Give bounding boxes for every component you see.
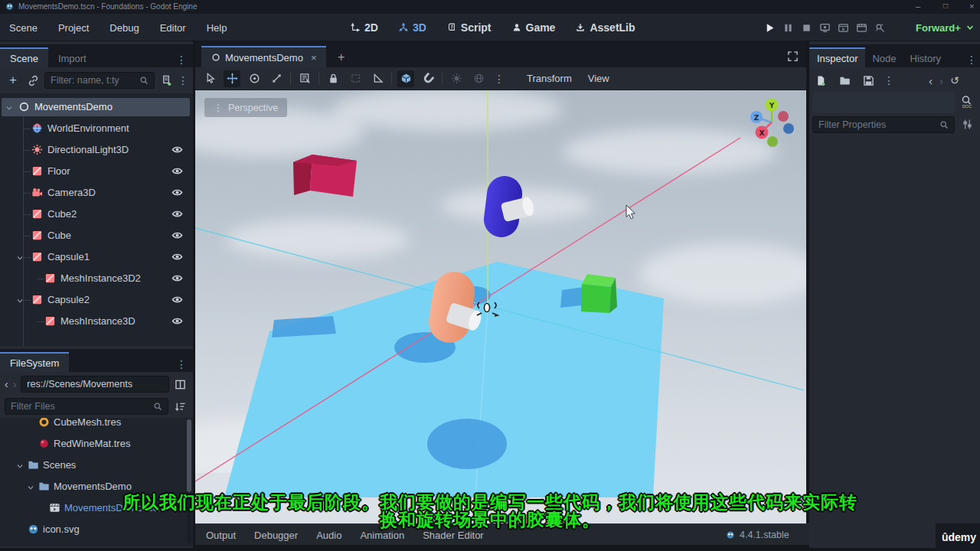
ruler-tool[interactable] — [369, 70, 386, 87]
bottom-tab-debugger[interactable]: Debugger — [254, 530, 298, 541]
movie-record-button[interactable] — [856, 22, 867, 34]
scene-tab-movementsdemo[interactable]: MovementsDemo × — [201, 46, 326, 67]
open-docs-icon[interactable]: DOC — [959, 95, 975, 109]
collapse-arrow-icon[interactable] — [15, 460, 25, 470]
history-forward-button[interactable]: › — [939, 74, 943, 87]
workspace-assetlib[interactable]: AssetLib — [576, 21, 635, 34]
new-scene-tab-button[interactable]: + — [338, 51, 345, 64]
stop-button[interactable] — [801, 22, 812, 34]
remote-debug-button[interactable] — [819, 22, 831, 34]
perspective-button[interactable]: ⋮ Perspective — [204, 98, 287, 117]
visibility-eye-icon[interactable] — [172, 144, 184, 156]
collapse-arrow-icon[interactable] — [26, 481, 36, 491]
history-back-button[interactable]: ‹ — [929, 74, 933, 87]
scene-filter-input[interactable]: Filter: name, t:ty — [44, 72, 155, 89]
fs-back-button[interactable]: ‹ — [5, 378, 8, 390]
select-tool[interactable] — [201, 70, 218, 87]
inspector-filter-input[interactable]: Filter Properties — [812, 116, 955, 133]
group-tool[interactable] — [347, 70, 364, 87]
workspace-game[interactable]: Game — [512, 21, 556, 34]
sun-preview-toggle[interactable] — [448, 70, 465, 87]
menu-project[interactable]: Project — [58, 22, 89, 34]
visibility-eye-icon[interactable] — [172, 315, 184, 328]
minimize-button[interactable]: – — [916, 2, 920, 11]
instance-scene-button[interactable] — [24, 72, 41, 89]
load-resource-button[interactable] — [836, 72, 853, 89]
environment-preview-toggle[interactable] — [470, 70, 487, 87]
tab-import[interactable]: Import — [48, 47, 96, 67]
green-cube[interactable] — [581, 274, 617, 313]
workspace-3d[interactable]: 3D — [399, 21, 426, 34]
tab-close-icon[interactable]: × — [311, 52, 317, 64]
view-menu[interactable]: View — [588, 73, 609, 84]
tab-history[interactable]: History — [903, 47, 948, 67]
menu-help[interactable]: Help — [207, 22, 227, 34]
visibility-eye-icon[interactable] — [172, 208, 184, 220]
bottom-tab-output[interactable]: Output — [206, 530, 236, 541]
axis-ball-neg-y[interactable] — [767, 136, 778, 147]
tab-inspector[interactable]: Inspector — [809, 47, 865, 67]
scene-tree-node[interactable]: Camera3D — [2, 184, 190, 202]
scene-tree-node[interactable]: Capsule2 — [2, 291, 190, 309]
fs-scrollbar[interactable] — [187, 419, 191, 543]
renderer-selector[interactable]: Forward+ — [916, 14, 975, 41]
scene-tree-node[interactable]: Floor — [2, 162, 190, 181]
scene-tree-menu-icon[interactable]: ⋮ — [178, 74, 188, 86]
viewport-3d[interactable]: Y Z X — [195, 90, 806, 523]
resource-menu-icon[interactable]: ⋮ — [884, 74, 894, 86]
camera-options-icon[interactable]: ⋮ — [494, 73, 505, 85]
history-list-icon[interactable]: ↺ — [950, 74, 959, 86]
file-item[interactable]: Scenes — [2, 456, 185, 474]
add-node-button[interactable]: + — [5, 72, 21, 89]
maximize-button[interactable]: □ — [943, 2, 948, 10]
visibility-eye-icon[interactable] — [172, 165, 184, 178]
property-tools-icon[interactable] — [962, 119, 973, 130]
fs-path-field[interactable]: res://Scenes/Movements — [21, 376, 169, 393]
visibility-eye-icon[interactable] — [172, 251, 184, 263]
workspace-script[interactable]: Script — [447, 21, 492, 34]
snap-toggle[interactable] — [420, 70, 436, 87]
new-resource-button[interactable] — [812, 72, 829, 89]
bottom-tab-audio[interactable]: Audio — [316, 530, 341, 541]
scene-tree-node[interactable]: Capsule1 — [2, 248, 190, 266]
scene-tree-node[interactable]: Cube — [2, 227, 190, 245]
fs-sort-button[interactable] — [172, 398, 188, 415]
distraction-free-icon[interactable] — [787, 51, 799, 62]
file-item[interactable]: RedWineMat.tres — [2, 435, 185, 453]
file-item[interactable]: CubeMesh.tres — [2, 418, 185, 432]
axis-ball-neg-x[interactable] — [778, 111, 789, 122]
scene-tree-node[interactable]: MovementsDemo — [2, 98, 190, 116]
collapse-arrow-icon[interactable] — [15, 252, 25, 262]
movie-maker-button[interactable] — [874, 22, 886, 34]
visibility-eye-icon[interactable] — [172, 294, 184, 306]
fs-filter-input[interactable]: Filter Files — [5, 398, 168, 415]
scene-tree-node[interactable]: DirectionalLight3D — [2, 141, 190, 159]
movie-run-button[interactable] — [838, 22, 849, 34]
save-resource-button[interactable] — [860, 72, 877, 89]
pause-button[interactable] — [782, 22, 794, 34]
scene-tree-node[interactable]: MeshInstance3D2 — [2, 269, 190, 288]
filesystem-dock-menu-icon[interactable]: ⋮ — [176, 358, 187, 370]
workspace-2d[interactable]: 2D — [351, 21, 378, 34]
crimson-cube[interactable] — [293, 155, 357, 197]
tab-scene[interactable]: Scene — [0, 47, 48, 67]
scene-tree-node[interactable]: Cube2 — [2, 205, 190, 223]
tab-node[interactable]: Node — [865, 47, 903, 67]
menu-scene[interactable]: Scene — [9, 22, 38, 34]
visibility-eye-icon[interactable] — [172, 230, 184, 242]
move-tool[interactable] — [224, 70, 240, 87]
inspector-menu-icon[interactable]: ⋮ — [966, 54, 977, 66]
version-info[interactable]: 4.4.1.stable — [726, 524, 789, 546]
scene-dock-menu-icon[interactable]: ⋮ — [176, 54, 187, 66]
lock-tool[interactable] — [325, 70, 341, 87]
local-space-toggle[interactable] — [397, 70, 414, 87]
file-item[interactable]: icon.svg — [2, 520, 185, 539]
fs-split-mode-button[interactable] — [172, 376, 188, 393]
collapse-arrow-icon[interactable] — [5, 102, 15, 112]
tab-filesystem[interactable]: FileSystem — [0, 352, 69, 372]
axis-ball-neg-z[interactable] — [783, 123, 794, 134]
transform-menu[interactable]: Transform — [527, 73, 572, 84]
list-select-tool[interactable] — [296, 70, 313, 87]
menu-editor[interactable]: Editor — [160, 22, 186, 34]
scene-tree-node[interactable]: WorldEnvironment — [2, 119, 190, 138]
